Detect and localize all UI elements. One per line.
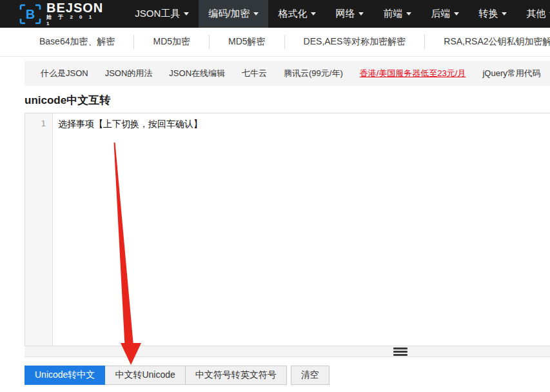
link-jquery-snippets[interactable]: jQuery常用代码 [482, 68, 540, 79]
link-server-promo[interactable]: 香港/美国服务器低至23元/月 [360, 68, 466, 79]
chevron-down-icon [358, 12, 364, 15]
chevron-down-icon [454, 12, 459, 15]
bejson-logo[interactable]: B BEJSON 始 于 2 0 1 1 [19, 0, 103, 28]
link-json-usage[interactable]: JSON的用法 [105, 68, 153, 79]
nav-backend[interactable]: 后端 [421, 0, 469, 28]
chinese-to-unicode-button[interactable]: 中文转Unicode [104, 366, 185, 385]
editor-text-area[interactable]: 选择事项【上下切换，按回车确认】 [53, 113, 550, 346]
chinese-symbol-to-english-button[interactable]: 中文符号转英文符号 [185, 366, 287, 385]
subnav-md5-decrypt[interactable]: MD5解密 [210, 35, 285, 49]
editor-resize-handle-icon[interactable] [393, 346, 408, 357]
svg-text:B: B [26, 7, 35, 21]
nav-frontend[interactable]: 前端 [373, 0, 421, 28]
nav-format[interactable]: 格式化 [268, 0, 326, 28]
subnav-md5-encrypt[interactable]: MD5加密 [134, 35, 210, 49]
nav-other[interactable]: 其他 [516, 0, 550, 28]
clear-button[interactable]: 清空 [291, 366, 329, 385]
nav-network[interactable]: 网络 [326, 0, 373, 28]
chevron-down-icon [184, 12, 189, 15]
chevron-down-icon [253, 12, 259, 15]
link-qiniu-cloud[interactable]: 七牛云 [242, 68, 267, 79]
editor-line-gutter: 1 [25, 113, 53, 346]
chevron-down-icon [406, 12, 411, 15]
link-what-is-json[interactable]: 什么是JSON [41, 68, 88, 79]
link-tencent-cloud[interactable]: 腾讯云(99元/年) [284, 68, 343, 79]
nav-convert[interactable]: 转换 [469, 0, 516, 28]
line-number: 1 [25, 117, 46, 131]
action-button-row: Unicode转中文 中文转Unicode 中文符号转英文符号 清空 [25, 366, 550, 385]
chevron-down-icon [502, 12, 507, 15]
brand-name: BEJSON [46, 1, 103, 14]
quicklinks-bar: 什么是JSON JSON的用法 JSON在线编辑 七牛云 腾讯云(99元/年) … [25, 61, 550, 86]
subnav-rsa[interactable]: RSA,RSA2公钥私钥加密解密 [425, 35, 550, 49]
unicode-to-chinese-button[interactable]: Unicode转中文 [25, 366, 105, 385]
subnav-des-aes[interactable]: DES,AES等对称加密解密 [285, 35, 426, 49]
page-title: unicode中文互转 [25, 93, 550, 108]
editor-line-1: 选择事项【上下切换，按回车确认】 [58, 117, 550, 131]
subnav-bar: Base64加密、解密 MD5加密 MD5解密 DES,AES等对称加密解密 R… [0, 28, 550, 57]
nav-encode-encrypt[interactable]: 编码/加密 [199, 0, 268, 28]
bejson-logo-icon: B [19, 4, 41, 24]
subnav-base64[interactable]: Base64加密、解密 [21, 35, 134, 49]
nav-json-tools[interactable]: JSON工具 [125, 0, 199, 28]
top-nav-items: JSON工具 编码/加密 格式化 网络 前端 后端 转换 其他 [125, 0, 550, 28]
code-editor: 1 选择事项【上下切换，按回车确认】 [25, 113, 550, 346]
chevron-down-icon [311, 12, 316, 15]
editor-statusbar [25, 346, 550, 357]
link-json-online-editor[interactable]: JSON在线编辑 [169, 68, 225, 79]
top-navbar: B BEJSON 始 于 2 0 1 1 JSON工具 编码/加密 格式化 网络… [0, 0, 550, 28]
brand-tagline: 始 于 2 0 1 1 [46, 14, 103, 27]
